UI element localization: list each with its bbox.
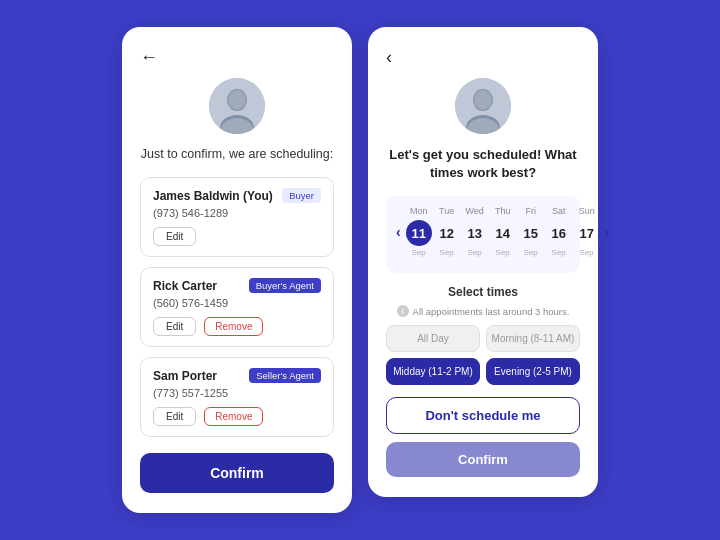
info-icon: i — [397, 305, 409, 317]
cal-day-name-4: Fri — [525, 206, 536, 216]
appointment-note-text: All appointments last around 3 hours. — [413, 306, 570, 317]
timeslot-3[interactable]: Evening (2-5 PM) — [486, 358, 580, 385]
cal-day-name-0: Mon — [410, 206, 428, 216]
contact-header-rick: Rick Carter Buyer's Agent — [153, 278, 321, 293]
calendar-day-14[interactable]: Thu14Sep — [489, 206, 517, 257]
contact-actions-james: Edit — [153, 227, 321, 246]
avatar-left — [209, 78, 265, 134]
calendar-day-17[interactable]: Sun17Sep — [573, 206, 601, 257]
contact-actions-sam: Edit Remove — [153, 407, 321, 426]
cal-day-month-1: Sep — [440, 248, 454, 257]
cal-day-num-4[interactable]: 15 — [518, 220, 544, 246]
cal-day-num-2[interactable]: 13 — [462, 220, 488, 246]
calendar-prev-arrow[interactable]: ‹ — [394, 224, 403, 240]
badge-sellers-agent-sam: Seller's Agent — [249, 368, 321, 383]
contact-actions-rick: Edit Remove — [153, 317, 321, 336]
remove-button-rick[interactable]: Remove — [204, 317, 263, 336]
calendar-day-11[interactable]: Mon11Sep — [405, 206, 433, 257]
calendar-header: ‹ Mon11SepTue12SepWed13SepThu14SepFri15S… — [392, 206, 574, 257]
timeslot-0[interactable]: All Day — [386, 325, 480, 352]
contact-header-james: James Baldwin (You) Buyer — [153, 188, 321, 203]
cal-day-month-2: Sep — [468, 248, 482, 257]
contact-name-rick: Rick Carter — [153, 279, 217, 293]
left-panel: ← Just to confirm, we are scheduling: Ja… — [122, 27, 352, 514]
right-panel: ‹ Let's get you scheduled! What times wo… — [368, 27, 598, 497]
timeslot-1[interactable]: Morning (8-11 AM) — [486, 325, 580, 352]
avatar-wrap-right — [386, 78, 580, 134]
appointment-note: i All appointments last around 3 hours. — [386, 305, 580, 317]
svg-point-3 — [228, 90, 246, 110]
cal-day-num-3[interactable]: 14 — [490, 220, 516, 246]
calendar-day-12[interactable]: Tue12Sep — [433, 206, 461, 257]
avatar-wrap-left — [140, 78, 334, 134]
calendar-next-arrow[interactable]: › — [603, 224, 612, 240]
remove-button-sam[interactable]: Remove — [204, 407, 263, 426]
confirm-text: Just to confirm, we are scheduling: — [140, 146, 334, 164]
calendar-day-13[interactable]: Wed13Sep — [461, 206, 489, 257]
confirm-button-right[interactable]: Confirm — [386, 442, 580, 477]
contact-name-james: James Baldwin (You) — [153, 189, 273, 203]
contact-header-sam: Sam Porter Seller's Agent — [153, 368, 321, 383]
cal-day-name-2: Wed — [466, 206, 484, 216]
cal-day-month-3: Sep — [496, 248, 510, 257]
cal-day-name-1: Tue — [439, 206, 454, 216]
svg-point-8 — [474, 90, 492, 110]
cal-day-num-0[interactable]: 11 — [406, 220, 432, 246]
edit-button-rick[interactable]: Edit — [153, 317, 196, 336]
cal-day-month-6: Sep — [580, 248, 594, 257]
contact-card-rick: Rick Carter Buyer's Agent (560) 576-1459… — [140, 267, 334, 347]
contact-name-sam: Sam Porter — [153, 369, 217, 383]
calendar-section: ‹ Mon11SepTue12SepWed13SepThu14SepFri15S… — [386, 196, 580, 273]
back-button-left[interactable]: ← — [140, 47, 158, 68]
calendar-day-16[interactable]: Sat16Sep — [545, 206, 573, 257]
contact-phone-sam: (773) 557-1255 — [153, 387, 321, 399]
cal-day-name-6: Sun — [579, 206, 595, 216]
cal-day-num-5[interactable]: 16 — [546, 220, 572, 246]
cal-day-num-6[interactable]: 17 — [574, 220, 600, 246]
timeslot-2[interactable]: Midday (11-2 PM) — [386, 358, 480, 385]
contact-card-james: James Baldwin (You) Buyer (973) 546-1289… — [140, 177, 334, 257]
time-grid: All DayMorning (8-11 AM)Midday (11-2 PM)… — [386, 325, 580, 385]
cal-day-month-4: Sep — [524, 248, 538, 257]
edit-button-sam[interactable]: Edit — [153, 407, 196, 426]
badge-buyer-james: Buyer — [282, 188, 321, 203]
contact-card-sam: Sam Porter Seller's Agent (773) 557-1255… — [140, 357, 334, 437]
edit-button-james[interactable]: Edit — [153, 227, 196, 246]
cal-day-name-3: Thu — [495, 206, 511, 216]
schedule-title: Let's get you scheduled! What times work… — [386, 146, 580, 182]
back-button-right[interactable]: ‹ — [386, 47, 392, 68]
dont-schedule-button[interactable]: Don't schedule me — [386, 397, 580, 434]
avatar-right — [455, 78, 511, 134]
contact-phone-james: (973) 546-1289 — [153, 207, 321, 219]
confirm-button-left[interactable]: Confirm — [140, 453, 334, 493]
cal-day-name-5: Sat — [552, 206, 566, 216]
calendar-days: Mon11SepTue12SepWed13SepThu14SepFri15Sep… — [403, 206, 603, 257]
calendar-day-15[interactable]: Fri15Sep — [517, 206, 545, 257]
cal-day-month-0: Sep — [412, 248, 426, 257]
badge-buyers-agent-rick: Buyer's Agent — [249, 278, 321, 293]
select-times-title: Select times — [386, 285, 580, 299]
contact-phone-rick: (560) 576-1459 — [153, 297, 321, 309]
cal-day-month-5: Sep — [552, 248, 566, 257]
cal-day-num-1[interactable]: 12 — [434, 220, 460, 246]
